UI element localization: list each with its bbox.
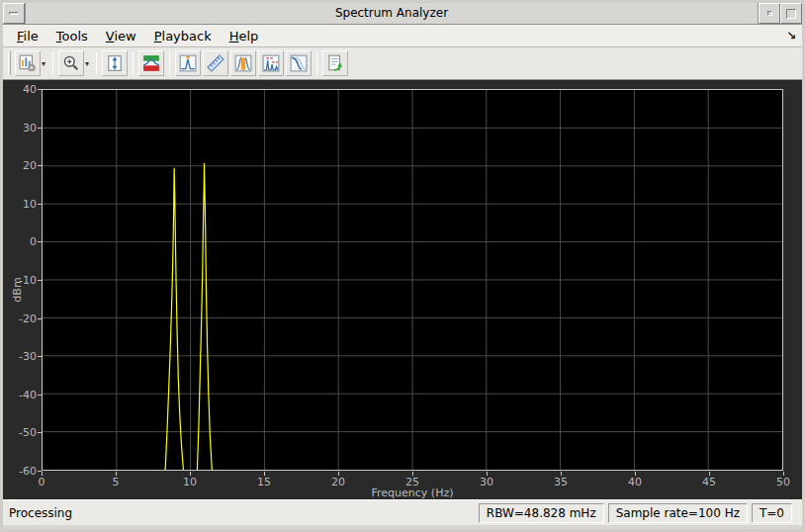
zoom-in-icon <box>62 54 80 72</box>
x-tick-label: 5 <box>101 476 131 488</box>
x-tick-label: 40 <box>620 476 650 488</box>
x-tick-mark <box>561 472 562 476</box>
menu-view[interactable]: View <box>100 27 142 45</box>
spectrum-chart <box>43 90 782 470</box>
zoom-in-dropdown-arrow[interactable]: ▾ <box>85 59 89 68</box>
zoom-in-button[interactable] <box>58 50 84 76</box>
rbw-field: RBW=48.828 mHz <box>479 503 604 523</box>
channel-measurements-button[interactable] <box>230 50 256 76</box>
menu-tools[interactable]: Tools <box>50 27 94 45</box>
title-bar[interactable]: Spectrum Analyzer <box>3 3 802 25</box>
status-message: Processing <box>9 506 72 520</box>
x-tick-mark <box>338 472 339 476</box>
x-tick-mark <box>709 472 710 476</box>
configuration-properties-dropdown-arrow[interactable]: ▾ <box>42 59 45 68</box>
y-tick-mark <box>38 432 42 433</box>
y-tick-mark <box>38 241 42 242</box>
status-bar: Processing RBW=48.828 mHz Sample rate=10… <box>3 499 802 525</box>
y-tick-label: 20 <box>3 159 37 172</box>
x-tick-label: 45 <box>694 476 724 488</box>
sample-rate-field: Sample rate=100 Hz <box>608 503 748 523</box>
y-tick-mark <box>38 356 42 357</box>
y-tick-label: -10 <box>3 274 37 287</box>
cursor-measurements-button[interactable] <box>203 50 228 76</box>
scale-y-axis-icon <box>106 54 124 72</box>
maximize-button[interactable] <box>780 3 802 24</box>
window-menu-button[interactable] <box>3 3 25 24</box>
menu-playback[interactable]: Playback <box>148 27 218 45</box>
toolbar-separator <box>96 51 97 75</box>
x-tick-mark <box>42 472 43 476</box>
y-tick-label: 40 <box>3 83 37 96</box>
x-tick-label: 30 <box>472 476 501 488</box>
menu-help[interactable]: Help <box>224 27 265 45</box>
channel-measurements-icon <box>234 54 252 72</box>
x-tick-label: 25 <box>398 476 427 488</box>
cursor-measurements-icon <box>207 54 224 72</box>
reduce-plot-rate-icon <box>326 54 344 72</box>
menu-file[interactable]: File <box>11 27 45 45</box>
peak-finder-button[interactable] <box>175 50 201 76</box>
y-tick-label: -40 <box>3 389 37 401</box>
x-tick-mark <box>783 472 784 476</box>
y-tick-label: 0 <box>3 235 37 248</box>
minimize-icon <box>767 11 772 16</box>
x-tick-label: 10 <box>175 476 205 488</box>
window-title: Spectrum Analyzer <box>25 3 759 24</box>
ccdf-measurements-icon <box>290 54 308 72</box>
y-tick-label: -20 <box>3 312 37 325</box>
toolbar: ▾▾ <box>3 47 802 80</box>
reduce-plot-rate-button[interactable] <box>322 50 348 76</box>
x-tick-mark <box>412 472 413 476</box>
y-tick-label: -50 <box>3 426 37 439</box>
y-tick-mark <box>38 395 42 396</box>
window-menu-icon <box>9 12 19 15</box>
x-tick-label: 20 <box>323 476 353 488</box>
window-resize-edge[interactable] <box>3 525 802 529</box>
axes-area[interactable] <box>42 89 783 471</box>
x-tick-mark <box>116 472 117 476</box>
distortion-measurements-button[interactable] <box>258 50 284 76</box>
y-tick-label: 10 <box>3 198 37 211</box>
peak-finder-icon <box>179 54 197 72</box>
spectrum-settings-icon <box>142 54 160 72</box>
ccdf-measurements-button[interactable] <box>286 50 312 76</box>
menu-bar: File Tools View Playback Help ↘ <box>3 25 802 47</box>
x-tick-mark <box>190 472 191 476</box>
maximize-icon <box>786 9 796 19</box>
spectrum-settings-button[interactable] <box>138 50 164 76</box>
y-tick-mark <box>38 280 42 281</box>
minimize-button[interactable] <box>759 3 780 24</box>
y-tick-label: 30 <box>3 122 37 134</box>
x-tick-label: 0 <box>27 476 56 488</box>
configuration-properties-icon <box>19 54 37 72</box>
x-tick-mark <box>635 472 636 476</box>
x-tick-mark <box>487 472 488 476</box>
y-tick-label: -30 <box>3 350 37 363</box>
x-tick-label: 35 <box>546 476 576 488</box>
toolbar-grip[interactable] <box>8 51 11 75</box>
y-tick-mark <box>38 89 42 90</box>
toolbar-separator <box>316 51 317 75</box>
x-tick-label: 50 <box>768 476 798 488</box>
scale-y-axis-button[interactable] <box>102 50 128 76</box>
plot-region: dBm Frequency (Hz) 403020100-10-20-30-40… <box>3 80 802 499</box>
x-tick-mark <box>264 472 265 476</box>
spectrum-analyzer-window: Spectrum Analyzer File Tools View Playba… <box>0 0 805 532</box>
y-tick-mark <box>38 128 42 129</box>
toolbar-separator <box>169 51 170 75</box>
time-field: T=0 <box>752 503 792 523</box>
x-tick-label: 15 <box>249 476 279 488</box>
dock-arrow-icon[interactable]: ↘ <box>786 29 802 43</box>
y-tick-mark <box>38 318 42 319</box>
distortion-measurements-icon <box>262 54 280 72</box>
y-tick-mark <box>38 204 42 205</box>
toolbar-separator <box>133 51 134 75</box>
configuration-properties-button[interactable] <box>15 50 41 76</box>
y-tick-mark <box>38 165 42 166</box>
toolbar-separator <box>52 51 53 75</box>
